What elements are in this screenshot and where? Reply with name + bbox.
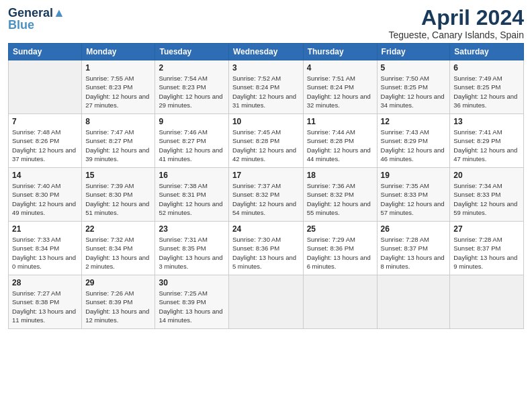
table-row: 16 Sunrise: 7:38 AMSunset: 8:31 PMDaylig… bbox=[155, 168, 228, 222]
day-info: Sunrise: 7:28 AMSunset: 8:37 PMDaylight:… bbox=[381, 235, 447, 271]
table-row bbox=[450, 275, 524, 329]
main-container: General▲ Blue April 2024 Tegueste, Canar… bbox=[0, 0, 532, 334]
day-info: Sunrise: 7:29 AMSunset: 8:36 PMDaylight:… bbox=[307, 235, 373, 271]
day-number: 19 bbox=[381, 171, 447, 180]
table-row: 17 Sunrise: 7:37 AMSunset: 8:32 PMDaylig… bbox=[228, 168, 303, 222]
col-thursday: Thursday bbox=[303, 44, 377, 60]
calendar-header-row: Sunday Monday Tuesday Wednesday Thursday… bbox=[9, 44, 524, 60]
table-row: 27 Sunrise: 7:28 AMSunset: 8:37 PMDaylig… bbox=[450, 222, 524, 275]
table-row: 2 Sunrise: 7:54 AMSunset: 8:23 PMDayligh… bbox=[155, 60, 228, 114]
day-number: 2 bbox=[159, 63, 224, 73]
day-info: Sunrise: 7:28 AMSunset: 8:37 PMDaylight:… bbox=[453, 235, 520, 271]
table-row: 22 Sunrise: 7:32 AMSunset: 8:34 PMDaylig… bbox=[82, 222, 155, 275]
day-number: 9 bbox=[159, 117, 224, 126]
page-subtitle: Tegueste, Canary Islands, Spain bbox=[388, 30, 524, 40]
day-info: Sunrise: 7:55 AMSunset: 8:23 PMDaylight:… bbox=[85, 74, 151, 109]
day-number: 26 bbox=[381, 224, 447, 234]
calendar-week-row: 1 Sunrise: 7:55 AMSunset: 8:23 PMDayligh… bbox=[9, 60, 524, 114]
day-info: Sunrise: 7:33 AMSunset: 8:34 PMDaylight:… bbox=[12, 235, 78, 271]
calendar-table: Sunday Monday Tuesday Wednesday Thursday… bbox=[8, 43, 524, 329]
table-row: 29 Sunrise: 7:26 AMSunset: 8:39 PMDaylig… bbox=[82, 275, 155, 329]
day-info: Sunrise: 7:50 AMSunset: 8:25 PMDaylight:… bbox=[381, 74, 447, 109]
col-wednesday: Wednesday bbox=[228, 44, 303, 60]
day-number: 28 bbox=[12, 278, 78, 287]
day-number: 20 bbox=[453, 171, 520, 180]
day-number: 30 bbox=[159, 278, 224, 287]
day-number: 11 bbox=[307, 117, 373, 126]
day-number: 10 bbox=[232, 117, 300, 126]
col-sunday: Sunday bbox=[9, 44, 82, 60]
table-row: 8 Sunrise: 7:47 AMSunset: 8:27 PMDayligh… bbox=[82, 114, 155, 168]
day-number: 17 bbox=[232, 171, 300, 180]
day-info: Sunrise: 7:44 AMSunset: 8:28 PMDaylight:… bbox=[307, 128, 373, 163]
day-info: Sunrise: 7:49 AMSunset: 8:25 PMDaylight:… bbox=[453, 74, 520, 109]
table-row bbox=[303, 275, 377, 329]
day-info: Sunrise: 7:47 AMSunset: 8:27 PMDaylight:… bbox=[85, 128, 151, 163]
logo-blue: Blue bbox=[8, 19, 34, 32]
table-row: 9 Sunrise: 7:46 AMSunset: 8:27 PMDayligh… bbox=[155, 114, 228, 168]
table-row bbox=[9, 60, 82, 114]
day-info: Sunrise: 7:51 AMSunset: 8:24 PMDaylight:… bbox=[307, 74, 373, 109]
day-info: Sunrise: 7:27 AMSunset: 8:38 PMDaylight:… bbox=[12, 289, 78, 324]
day-info: Sunrise: 7:37 AMSunset: 8:32 PMDaylight:… bbox=[232, 181, 300, 217]
day-info: Sunrise: 7:52 AMSunset: 8:24 PMDaylight:… bbox=[232, 74, 300, 109]
day-info: Sunrise: 7:30 AMSunset: 8:36 PMDaylight:… bbox=[232, 235, 300, 271]
day-info: Sunrise: 7:46 AMSunset: 8:27 PMDaylight:… bbox=[159, 128, 224, 163]
day-number: 25 bbox=[307, 224, 373, 234]
day-info: Sunrise: 7:45 AMSunset: 8:28 PMDaylight:… bbox=[232, 128, 300, 163]
day-number: 27 bbox=[453, 224, 520, 234]
day-info: Sunrise: 7:40 AMSunset: 8:30 PMDaylight:… bbox=[12, 181, 78, 217]
table-row: 6 Sunrise: 7:49 AMSunset: 8:25 PMDayligh… bbox=[450, 60, 524, 114]
table-row: 14 Sunrise: 7:40 AMSunset: 8:30 PMDaylig… bbox=[9, 168, 82, 222]
day-number: 1 bbox=[85, 63, 151, 73]
col-tuesday: Tuesday bbox=[155, 44, 228, 60]
day-info: Sunrise: 7:54 AMSunset: 8:23 PMDaylight:… bbox=[159, 74, 224, 109]
day-info: Sunrise: 7:43 AMSunset: 8:29 PMDaylight:… bbox=[381, 128, 447, 163]
col-monday: Monday bbox=[82, 44, 155, 60]
table-row: 1 Sunrise: 7:55 AMSunset: 8:23 PMDayligh… bbox=[82, 60, 155, 114]
day-info: Sunrise: 7:48 AMSunset: 8:26 PMDaylight:… bbox=[12, 128, 78, 163]
table-row bbox=[228, 275, 303, 329]
table-row: 28 Sunrise: 7:27 AMSunset: 8:38 PMDaylig… bbox=[9, 275, 82, 329]
day-number: 8 bbox=[85, 117, 151, 126]
day-number: 24 bbox=[232, 224, 300, 234]
day-info: Sunrise: 7:39 AMSunset: 8:30 PMDaylight:… bbox=[85, 181, 151, 217]
table-row bbox=[377, 275, 450, 329]
day-number: 7 bbox=[12, 117, 78, 126]
day-number: 14 bbox=[12, 171, 78, 180]
day-number: 15 bbox=[85, 171, 151, 180]
day-number: 21 bbox=[12, 224, 78, 234]
day-info: Sunrise: 7:25 AMSunset: 8:39 PMDaylight:… bbox=[159, 289, 224, 324]
table-row: 24 Sunrise: 7:30 AMSunset: 8:36 PMDaylig… bbox=[228, 222, 303, 275]
day-number: 5 bbox=[381, 63, 447, 73]
table-row: 7 Sunrise: 7:48 AMSunset: 8:26 PMDayligh… bbox=[9, 114, 82, 168]
day-number: 6 bbox=[453, 63, 520, 73]
table-row: 3 Sunrise: 7:52 AMSunset: 8:24 PMDayligh… bbox=[228, 60, 303, 114]
table-row: 30 Sunrise: 7:25 AMSunset: 8:39 PMDaylig… bbox=[155, 275, 228, 329]
day-number: 3 bbox=[232, 63, 300, 73]
calendar-week-row: 7 Sunrise: 7:48 AMSunset: 8:26 PMDayligh… bbox=[9, 114, 524, 168]
table-row: 19 Sunrise: 7:35 AMSunset: 8:33 PMDaylig… bbox=[377, 168, 450, 222]
table-row: 15 Sunrise: 7:39 AMSunset: 8:30 PMDaylig… bbox=[82, 168, 155, 222]
day-number: 22 bbox=[85, 224, 151, 234]
day-info: Sunrise: 7:35 AMSunset: 8:33 PMDaylight:… bbox=[381, 181, 447, 217]
day-info: Sunrise: 7:41 AMSunset: 8:29 PMDaylight:… bbox=[453, 128, 520, 163]
logo: General▲ Blue bbox=[8, 7, 65, 32]
col-saturday: Saturday bbox=[450, 44, 524, 60]
day-number: 23 bbox=[159, 224, 224, 234]
table-row: 25 Sunrise: 7:29 AMSunset: 8:36 PMDaylig… bbox=[303, 222, 377, 275]
day-info: Sunrise: 7:36 AMSunset: 8:32 PMDaylight:… bbox=[307, 181, 373, 217]
day-info: Sunrise: 7:38 AMSunset: 8:31 PMDaylight:… bbox=[159, 181, 224, 217]
calendar-week-row: 14 Sunrise: 7:40 AMSunset: 8:30 PMDaylig… bbox=[9, 168, 524, 222]
day-number: 18 bbox=[307, 171, 373, 180]
day-number: 13 bbox=[453, 117, 520, 126]
calendar-week-row: 21 Sunrise: 7:33 AMSunset: 8:34 PMDaylig… bbox=[9, 222, 524, 275]
page-title: April 2024 bbox=[388, 7, 524, 28]
day-info: Sunrise: 7:34 AMSunset: 8:33 PMDaylight:… bbox=[453, 181, 520, 217]
day-info: Sunrise: 7:31 AMSunset: 8:35 PMDaylight:… bbox=[159, 235, 224, 271]
day-info: Sunrise: 7:32 AMSunset: 8:34 PMDaylight:… bbox=[85, 235, 151, 271]
table-row: 12 Sunrise: 7:43 AMSunset: 8:29 PMDaylig… bbox=[377, 114, 450, 168]
day-number: 12 bbox=[381, 117, 447, 126]
table-row: 26 Sunrise: 7:28 AMSunset: 8:37 PMDaylig… bbox=[377, 222, 450, 275]
col-friday: Friday bbox=[377, 44, 450, 60]
